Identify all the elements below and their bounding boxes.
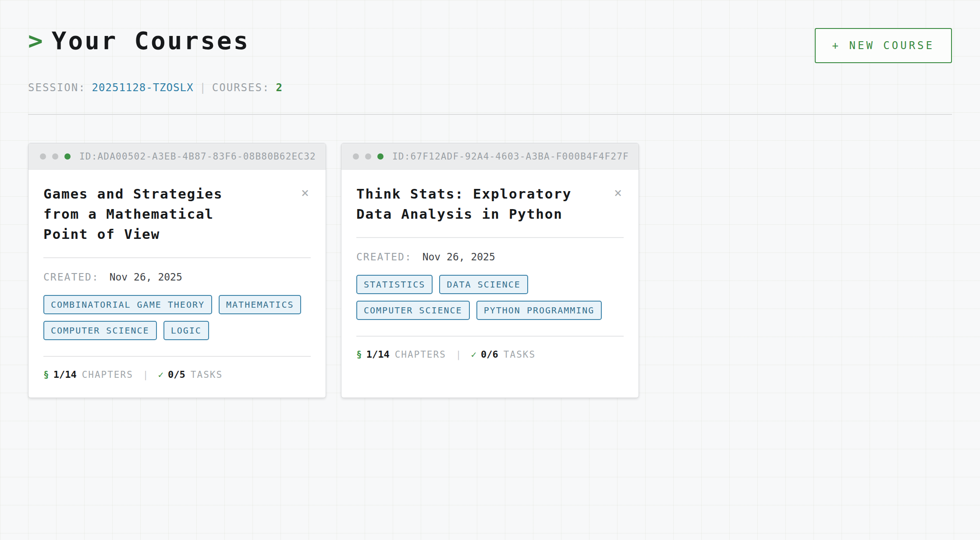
stats-row: § 1/14 CHAPTERS | ✓ 0/5 TASKS: [43, 369, 311, 380]
section-icon: §: [43, 369, 49, 380]
card-titlebar: ID:ADA00502-A3EB-4B87-83F6-08B80B62EC32: [28, 143, 326, 170]
page-container: >Your Courses + NEW COURSE SESSION: 2025…: [0, 0, 980, 398]
separator: |: [199, 82, 206, 94]
tags-row: COMBINATORIAL GAME THEORY MATHEMATICS CO…: [43, 295, 311, 340]
course-id: ID:67F12ADF-92A4-4603-A3BA-F000B4F4F27F: [392, 151, 629, 162]
stats-divider: [356, 336, 624, 337]
card-titlebar: ID:67F12ADF-92A4-4603-A3BA-F000B4F4F27F: [341, 143, 639, 170]
card-body: Games and Strategies from a Mathematical…: [28, 170, 326, 398]
chapters-label: CHAPTERS: [395, 349, 446, 360]
chapters-label: CHAPTERS: [82, 369, 133, 380]
session-label: SESSION:: [28, 82, 86, 94]
card-divider: [43, 257, 311, 258]
created-value: Nov 26, 2025: [110, 271, 182, 283]
chapters-progress: 1/14: [53, 369, 77, 380]
tag-badge: COMBINATORIAL GAME THEORY: [43, 295, 212, 314]
tag-badge: MATHEMATICS: [219, 295, 301, 314]
stats-divider: [43, 356, 311, 357]
card-divider: [356, 237, 624, 238]
window-dot-icon: [40, 153, 46, 160]
card-title-row: Games and Strategies from a Mathematical…: [43, 184, 311, 244]
window-dot-icon: [353, 153, 359, 160]
created-label: CREATED:: [43, 271, 99, 283]
tasks-label: TASKS: [191, 369, 223, 380]
page-title: >Your Courses: [28, 28, 250, 54]
session-id: 20251128-TZOSLX: [92, 82, 194, 94]
header-divider: [28, 114, 952, 115]
card-title-row: Think Stats: Exploratory Data Analysis i…: [356, 184, 624, 224]
close-icon[interactable]: ×: [299, 185, 311, 201]
tag-badge: LOGIC: [163, 321, 209, 340]
course-card[interactable]: ID:67F12ADF-92A4-4603-A3BA-F000B4F4F27F …: [341, 143, 639, 398]
tag-badge: PYTHON PROGRAMMING: [476, 301, 602, 320]
tag-badge: DATA SCIENCE: [439, 275, 528, 294]
created-value: Nov 26, 2025: [423, 251, 495, 263]
stats-row: § 1/14 CHAPTERS | ✓ 0/6 TASKS: [356, 349, 624, 360]
tag-badge: COMPUTER SCIENCE: [43, 321, 157, 340]
tasks-progress: 0/5: [168, 369, 185, 380]
created-label: CREATED:: [356, 251, 412, 263]
tags-row: STATISTICS DATA SCIENCE COMPUTER SCIENCE…: [356, 275, 624, 320]
courses-label: COURSES:: [212, 82, 270, 94]
course-title: Think Stats: Exploratory Data Analysis i…: [356, 184, 576, 224]
separator: |: [456, 349, 462, 360]
tasks-label: TASKS: [504, 349, 536, 360]
empty-grid-cell: [654, 143, 952, 398]
window-dot-icon: [365, 153, 371, 160]
separator: |: [143, 369, 149, 380]
page-title-text: Your Courses: [52, 26, 250, 55]
page-header: >Your Courses + NEW COURSE: [28, 28, 952, 63]
check-icon: ✓: [158, 369, 163, 380]
tasks-progress: 0/6: [481, 349, 498, 360]
check-icon: ✓: [471, 349, 476, 360]
course-title: Games and Strategies from a Mathematical…: [43, 184, 263, 244]
courses-grid: ID:ADA00502-A3EB-4B87-83F6-08B80B62EC32 …: [28, 143, 952, 398]
created-row: CREATED: Nov 26, 2025: [356, 251, 624, 263]
card-body: Think Stats: Exploratory Data Analysis i…: [341, 170, 639, 398]
new-course-button[interactable]: + NEW COURSE: [815, 28, 952, 63]
section-icon: §: [356, 349, 362, 360]
status-dot-icon: [64, 153, 71, 160]
course-card[interactable]: ID:ADA00502-A3EB-4B87-83F6-08B80B62EC32 …: [28, 143, 326, 398]
status-dot-icon: [377, 153, 383, 160]
close-icon[interactable]: ×: [612, 185, 624, 201]
tag-badge: COMPUTER SCIENCE: [356, 301, 470, 320]
created-row: CREATED: Nov 26, 2025: [43, 271, 311, 283]
tag-badge: STATISTICS: [356, 275, 433, 294]
prompt-caret-icon: >: [28, 26, 45, 55]
chapters-progress: 1/14: [366, 349, 390, 360]
stats-block: § 1/14 CHAPTERS | ✓ 0/6 TASKS: [356, 336, 624, 360]
courses-count: 2: [276, 82, 282, 94]
session-info: SESSION: 20251128-TZOSLX | COURSES: 2: [28, 82, 952, 94]
stats-block: § 1/14 CHAPTERS | ✓ 0/5 TASKS: [43, 356, 311, 380]
course-id: ID:ADA00502-A3EB-4B87-83F6-08B80B62EC32: [79, 151, 316, 162]
window-dot-icon: [52, 153, 58, 160]
